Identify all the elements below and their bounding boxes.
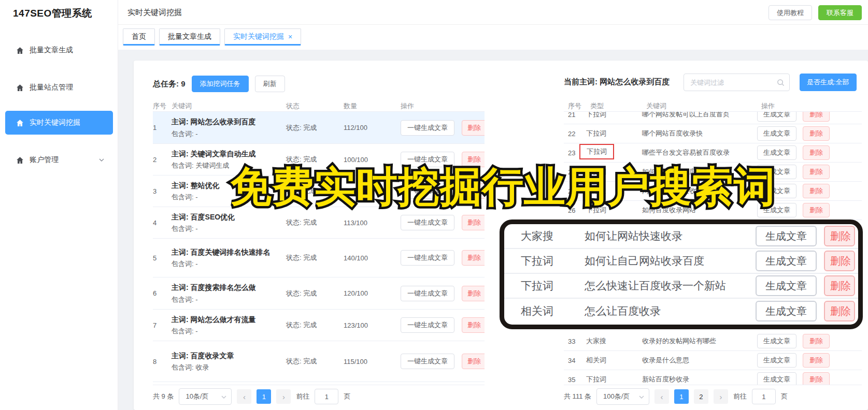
column-status: 状态 — [286, 101, 300, 111]
type-cell: 下拉词 — [504, 254, 585, 268]
generate-article-button[interactable]: 生成文章 — [756, 301, 817, 321]
delete-button[interactable]: 删除 — [803, 203, 830, 217]
delete-button[interactable]: 删除 — [803, 334, 830, 348]
add-task-button[interactable]: 添加挖词任务 — [192, 76, 249, 92]
generate-article-button[interactable]: 生成文章 — [757, 126, 796, 141]
generate-article-button[interactable]: 生成文章 — [757, 334, 796, 348]
delete-button[interactable]: 删除 — [824, 275, 855, 296]
goto-page-input[interactable] — [315, 389, 338, 404]
sidebar-item-label: 批量文章生成 — [30, 46, 73, 55]
task-row: 5主词: 百度关键词排名快速排名包含词: -状态: 完成140/100一键生成文… — [153, 239, 485, 277]
sidebar-item-4[interactable]: 账户管理 — [5, 149, 113, 171]
app-logo: 147SEO管理系统 — [13, 7, 92, 20]
include-term: 包含词: 收录 — [172, 363, 282, 372]
status-cell: 状态: 完成 — [286, 218, 344, 227]
tab-2[interactable]: 批量文章生成 — [159, 28, 220, 46]
task-row: 8主词: 百度收录文章包含词: 收录状态: 完成115/100一键生成文章删除 — [153, 341, 485, 382]
delete-button[interactable]: 删除 — [803, 145, 830, 160]
page-size-select[interactable]: 10条/页 — [179, 388, 232, 405]
generate-article-button[interactable]: 生成文章 — [756, 275, 817, 296]
delete-button[interactable]: 删除 — [803, 111, 830, 122]
actions-cell: 生成文章删除 — [757, 111, 830, 122]
include-term: 包含词: - — [172, 295, 282, 304]
include-term: 包含词: - — [172, 129, 282, 139]
keyword-cell: 如何让自己网站收录百度 — [585, 254, 756, 268]
delete-button[interactable]: 删除 — [803, 184, 830, 198]
chevron-down-icon — [221, 394, 227, 400]
keywords-headbar: 当前主词: 网站怎么收录到百度 是否生成:全部 — [564, 74, 862, 91]
generate-article-button[interactable]: 生成文章 — [756, 251, 817, 271]
generate-article-button[interactable]: 生成文章 — [757, 145, 796, 160]
delete-button[interactable]: 删除 — [803, 126, 830, 141]
current-term-label: 当前主词: 网站怎么收录到百度 — [564, 77, 670, 87]
actions-cell: 生成文章删除 — [757, 126, 830, 141]
refresh-button[interactable]: 刷新 — [255, 76, 285, 92]
delete-button[interactable]: 删除 — [462, 120, 485, 136]
generate-article-button[interactable]: 一键生成文章 — [401, 250, 454, 266]
generate-article-button[interactable]: 生成文章 — [756, 226, 817, 246]
prev-page-button[interactable]: ‹ — [237, 389, 251, 404]
row-number: 34 — [564, 357, 586, 364]
generate-article-button[interactable]: 一键生成文章 — [401, 286, 454, 301]
generate-article-button[interactable]: 一键生成文章 — [401, 120, 454, 136]
prev-page-button[interactable]: ‹ — [654, 389, 669, 404]
goto-page-input[interactable] — [752, 389, 776, 404]
generate-state-button[interactable]: 是否生成:全部 — [800, 74, 857, 91]
delete-button[interactable]: 删除 — [462, 286, 485, 301]
row-number: 7 — [153, 321, 172, 329]
page-number-button[interactable]: 1 — [674, 389, 689, 404]
next-page-button[interactable]: › — [276, 389, 291, 404]
tab-label: 首页 — [132, 32, 146, 41]
generate-article-button[interactable]: 生成文章 — [757, 372, 796, 385]
generate-article-button[interactable]: 一键生成文章 — [401, 354, 454, 369]
delete-button[interactable]: 删除 — [803, 372, 830, 385]
tab-1[interactable]: 首页 — [123, 28, 155, 46]
generate-article-button[interactable]: 生成文章 — [757, 353, 796, 368]
status-cell: 状态: 完成 — [286, 357, 344, 366]
delete-button[interactable]: 删除 — [803, 353, 830, 368]
chevron-down-icon — [638, 394, 645, 400]
column-count: 数量 — [344, 101, 357, 111]
row-number: 22 — [564, 130, 586, 138]
page-number-button[interactable]: 1 — [257, 389, 271, 404]
contact-support-button[interactable]: 联系客服 — [818, 5, 862, 20]
tab-bar: 首页批量文章生成实时关键词挖掘× — [118, 25, 868, 50]
keyword-cell: 主词: 网站怎么做才有流量包含词: - — [172, 314, 286, 336]
type-highlight-box: 下拉词 — [579, 144, 614, 159]
delete-button[interactable]: 删除 — [462, 250, 485, 266]
delete-button[interactable]: 删除 — [462, 215, 485, 230]
chevron-down-icon — [98, 157, 105, 163]
next-page-button[interactable]: › — [714, 389, 728, 404]
sidebar-item-1[interactable]: 批量文章生成 — [5, 39, 113, 61]
keyword-row: 21下拉词哪个网站发帖可以上百度首页生成文章删除 — [564, 111, 862, 124]
generate-article-button[interactable]: 生成文章 — [757, 111, 796, 122]
row-number: 8 — [153, 358, 172, 365]
delete-button[interactable]: 删除 — [462, 317, 485, 333]
delete-button[interactable]: 删除 — [803, 165, 830, 179]
inset-row: 大家搜如何让网站快速收录生成文章删除 — [504, 224, 858, 249]
tab-3[interactable]: 实时关键词挖掘× — [224, 28, 301, 46]
home-icon — [16, 156, 24, 165]
delete-button[interactable]: 删除 — [824, 226, 855, 246]
actions-cell: 生成文章删除 — [757, 353, 830, 368]
generate-article-button[interactable]: 一键生成文章 — [401, 317, 454, 333]
actions-cell: 一键生成文章删除 — [401, 120, 485, 136]
generate-article-button[interactable]: 一键生成文章 — [401, 215, 454, 230]
delete-button[interactable]: 删除 — [824, 301, 855, 321]
delete-button[interactable]: 删除 — [462, 354, 485, 369]
sidebar-item-2[interactable]: 批量站点管理 — [5, 77, 113, 98]
keyword-filter-input[interactable] — [689, 74, 772, 91]
close-icon[interactable]: × — [288, 33, 292, 40]
delete-button[interactable]: 删除 — [824, 251, 855, 271]
row-number: 4 — [153, 219, 172, 227]
sidebar-item-3[interactable]: 实时关键词挖掘 — [5, 111, 113, 135]
keyword-cell: 收录是什么意思 — [642, 356, 757, 365]
search-icon — [777, 79, 785, 86]
tutorial-button[interactable]: 使用教程 — [769, 5, 812, 20]
page-size-select[interactable]: 100条/页 — [596, 388, 649, 405]
keyword-cell: 新站百度秒收录 — [642, 375, 757, 384]
main-term: 主词: 百度搜索排名怎么做 — [172, 282, 282, 294]
home-icon — [16, 119, 24, 127]
page-number-button[interactable]: 2 — [694, 389, 708, 404]
pagination-total: 共 9 条 — [153, 392, 174, 401]
